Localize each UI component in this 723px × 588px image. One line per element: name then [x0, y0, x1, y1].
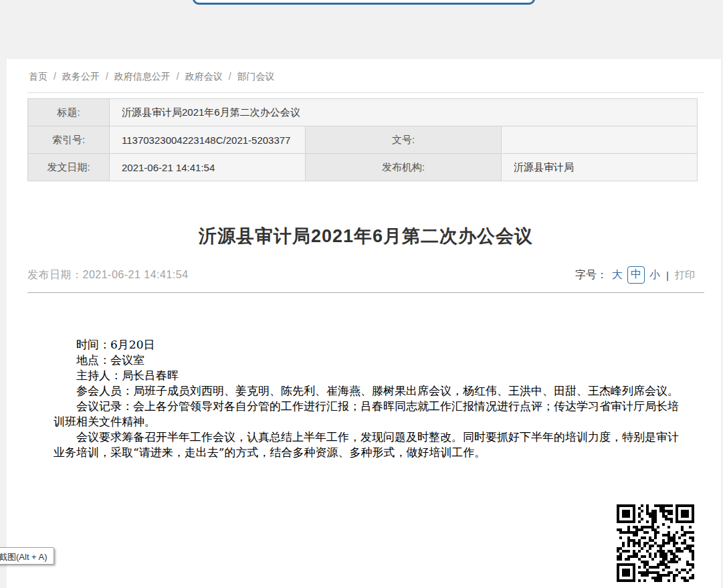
breadcrumb: 首页/政务公开/政府信息公开/政府会议/部门会议	[27, 59, 704, 83]
breadcrumb-item-dept-meetings[interactable]: 部门会议	[237, 71, 275, 82]
page-title: 沂源县审计局2021年6月第二次办公会议	[27, 224, 704, 248]
controls-separator: |	[666, 270, 669, 281]
article-meta-row: 发布日期：2021-06-21 14:41:54 字号： 大 中 小 | 打印	[27, 266, 704, 284]
print-button[interactable]: 打印	[675, 269, 695, 282]
meta-title-value: 沂源县审计局2021年6月第二次办公会议	[110, 99, 698, 126]
publish-date-value: 2021-06-21 14:41:54	[83, 269, 189, 280]
font-size-small-button[interactable]: 小	[649, 268, 660, 282]
table-row: 标题: 沂源县审计局2021年6月第二次办公会议	[28, 99, 698, 126]
breadcrumb-separator: /	[177, 71, 179, 82]
font-size-large-button[interactable]: 大	[612, 268, 623, 282]
document-meta-table: 标题: 沂源县审计局2021年6月第二次办公会议 索引号: 1137032300…	[27, 98, 698, 181]
search-box-bottom-edge[interactable]	[193, 0, 535, 5]
meta-org-value: 沂源县审计局	[502, 154, 698, 181]
font-size-medium-button[interactable]: 中	[627, 266, 645, 284]
screenshot-tooltip: 截图(Alt + A)	[0, 547, 54, 565]
breadcrumb-separator: /	[54, 71, 56, 82]
article-divider	[27, 292, 704, 293]
article-paragraph: 参会人员：局班子成员刘西明、姜克明、陈先利、崔海燕、滕树果出席会议，杨红伟、王洪…	[54, 383, 679, 399]
content-card: 首页/政务公开/政府信息公开/政府会议/部门会议 标题: 沂源县审计局2021年…	[7, 59, 721, 588]
breadcrumb-separator: /	[229, 71, 231, 82]
article-paragraph: 会议要求筹备召开半年工作会议，认真总结上半年工作，发现问题及时整改。同时要抓好下…	[54, 429, 679, 460]
qr-code	[615, 503, 696, 583]
breadcrumb-item-gov-info[interactable]: 政府信息公开	[114, 71, 171, 82]
publish-date: 发布日期：2021-06-21 14:41:54	[27, 268, 189, 282]
meta-index-value: 11370323004223148C/2021-5203377	[110, 126, 306, 154]
article-paragraph: 地点：会议室	[54, 353, 679, 368]
breadcrumb-item-gov-affairs[interactable]: 政务公开	[62, 71, 100, 82]
meta-docnum-label: 文号:	[306, 126, 502, 154]
page-background: 首页/政务公开/政府信息公开/政府会议/部门会议 标题: 沂源县审计局2021年…	[0, 0, 723, 588]
breadcrumb-item-home[interactable]: 首页	[29, 71, 47, 82]
font-size-controls: 字号： 大 中 小 | 打印	[575, 266, 704, 284]
font-size-label: 字号：	[575, 268, 607, 282]
meta-docnum-value	[502, 126, 698, 154]
article-paragraph: 主持人：局长吕春晖	[54, 368, 679, 383]
article-body: 时间：6月20日 地点：会议室 主持人：局长吕春晖 参会人员：局班子成员刘西明、…	[27, 337, 704, 460]
breadcrumb-separator: /	[106, 71, 108, 82]
article-paragraph: 时间：6月20日	[54, 337, 679, 353]
table-row: 发文日期: 2021-06-21 14:41:54 发布机构: 沂源县审计局	[28, 154, 698, 181]
article-paragraph: 会议记录：会上各分管领导对各自分管的工作进行汇报；吕春晖同志就工作汇报情况进行点…	[54, 399, 679, 429]
screenshot-tooltip-text: 截图(Alt + A)	[0, 552, 47, 562]
meta-org-label: 发布机构:	[306, 154, 502, 181]
meta-title-label: 标题:	[28, 99, 110, 126]
publish-date-label: 发布日期：	[27, 269, 83, 280]
meta-date-label: 发文日期:	[28, 154, 110, 181]
meta-date-value: 2021-06-21 14:41:54	[110, 154, 306, 181]
breadcrumb-item-gov-meetings[interactable]: 政府会议	[185, 71, 223, 82]
meta-index-label: 索引号:	[28, 126, 110, 154]
breadcrumb-divider	[27, 92, 704, 93]
table-row: 索引号: 11370323004223148C/2021-5203377 文号:	[28, 126, 698, 154]
